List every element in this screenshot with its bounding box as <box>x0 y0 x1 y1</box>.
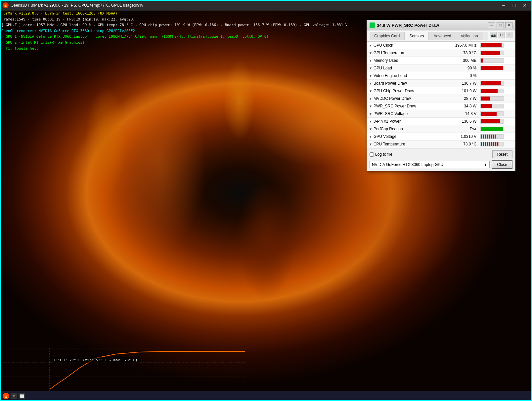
sensors-table: ▼ GPU Clock 1957.0 MHz ▼ GPU Temperature… <box>367 42 515 148</box>
sensor-value: 136.7 W <box>443 80 478 87</box>
main-window-controls: ─ □ ✕ <box>499 2 529 9</box>
sensor-dropdown-arrow[interactable]: ▼ <box>369 135 372 139</box>
sensor-name-inner: ▼ 8-Pin #1 Power <box>369 119 441 124</box>
close-button[interactable]: Close <box>492 160 512 169</box>
sensor-value: 73.0 °C <box>443 140 478 148</box>
taskbar: 🔥 ⚙ 📊 <box>0 391 532 401</box>
sensor-dropdown-arrow[interactable]: ▼ <box>369 142 372 146</box>
sensor-bar-cell <box>478 57 515 64</box>
sensor-dropdown-arrow[interactable]: ▼ <box>369 51 372 55</box>
table-row: ▼ GPU Load 99 % <box>367 64 515 72</box>
log-to-file-checkbox[interactable] <box>370 152 374 157</box>
sensor-bar-fill <box>481 112 497 116</box>
sensor-dropdown-arrow[interactable]: ▼ <box>369 104 372 108</box>
sensor-name-label: Board Power Draw <box>374 81 407 86</box>
refresh-icon[interactable]: ↻ <box>498 32 505 38</box>
sensor-value: 34.8 W <box>443 102 478 110</box>
sensor-name-inner: ▼ PerfCap Reason <box>369 127 441 131</box>
sensor-name-label: GPU Clock <box>374 43 393 48</box>
sensors-toolbar: Graphics Card Sensors Advanced Validatio… <box>367 30 515 42</box>
sensor-name-inner: ▼ Memory Used <box>369 58 441 63</box>
sensor-name-label: GPU Temperature <box>374 51 406 55</box>
sensor-name-inner: ▼ GPU Temperature <box>369 51 441 55</box>
main-window-title: Geeks3D FurMark v1.29.0.0 - 19FPS, GPU1 … <box>11 3 499 8</box>
sensor-bar-fill <box>481 135 495 139</box>
camera-icon[interactable]: 📷 <box>490 32 497 38</box>
sensor-name-label: MVDDC Power Draw <box>374 96 411 101</box>
tab-sensors[interactable]: Sensors <box>405 32 429 40</box>
table-row: ▼ 8-Pin #1 Power 130.6 W <box>367 118 515 125</box>
sensor-bar-cell <box>478 80 515 87</box>
table-row: ▼ Memory Used 306 MB <box>367 57 515 64</box>
main-close-button[interactable]: ✕ <box>520 2 529 9</box>
table-row: ▼ CPU Temperature 73.0 °C <box>367 140 515 148</box>
sensor-name-inner: ▼ GPU Load <box>369 66 441 70</box>
tab-graphics-card[interactable]: Graphics Card <box>370 32 405 40</box>
table-row: ▼ PerfCap Reason Pwr <box>367 125 515 133</box>
sensor-name-inner: ▼ Video Engine Load <box>369 73 441 78</box>
sensor-dropdown-arrow[interactable]: ▼ <box>369 89 372 93</box>
sensor-bar-fill <box>481 97 490 100</box>
sensor-dropdown-arrow[interactable]: ▼ <box>369 44 372 47</box>
taskbar-icon-3[interactable]: 📊 <box>19 393 25 399</box>
tab-validation[interactable]: Validation <box>456 32 483 40</box>
sensor-value: 1957.0 MHz <box>443 42 478 49</box>
sensor-bar-cell <box>478 102 515 110</box>
sensors-maximize-button[interactable]: □ <box>497 22 504 28</box>
sensor-dropdown-arrow[interactable]: ▼ <box>369 66 372 70</box>
reset-button[interactable]: Reset <box>492 150 512 158</box>
sensor-value: 130.6 W <box>443 118 478 125</box>
sensor-dropdown-arrow[interactable]: ▼ <box>369 74 372 78</box>
log-to-file-label[interactable]: Log to file <box>370 152 392 157</box>
sensors-minimize-button[interactable]: ─ <box>488 22 495 28</box>
sensor-name-label: PWR_SRC Power Draw <box>374 104 416 108</box>
sensor-bar-cell <box>478 49 515 57</box>
table-row: ▼ GPU Temperature 78.0 °C <box>367 49 515 57</box>
sensor-name-inner: ▼ PWR_SRC Power Draw <box>369 104 441 108</box>
sensor-dropdown-arrow[interactable]: ▼ <box>369 127 372 131</box>
sensors-table-container: ▼ GPU Clock 1957.0 MHz ▼ GPU Temperature… <box>367 42 515 148</box>
sensor-bar-fill <box>481 89 498 93</box>
sensors-bottom: Log to file Reset NVIDIA GeForce RTX 306… <box>367 148 515 171</box>
tab-advanced[interactable]: Advanced <box>429 32 456 40</box>
sensor-dropdown-arrow[interactable]: ▼ <box>369 82 372 85</box>
sensor-name-label: Memory Used <box>374 58 398 63</box>
sensor-bar-fill <box>481 104 492 108</box>
sensor-name-label: Video Engine Load <box>374 73 407 78</box>
gpu-selector-chevron: ▼ <box>483 162 487 167</box>
taskbar-icon-2[interactable]: ⚙ <box>11 393 17 399</box>
sensor-value: 0 % <box>443 72 478 80</box>
sensor-dropdown-arrow[interactable]: ▼ <box>369 59 372 62</box>
sensor-bar-cell <box>478 118 515 125</box>
sensor-dropdown-arrow[interactable]: ▼ <box>369 120 372 123</box>
main-maximize-button[interactable]: □ <box>510 2 519 9</box>
table-row: ▼ MVDDC Power Draw 28.7 W <box>367 95 515 102</box>
gpu-selector[interactable]: NVIDIA GeForce RTX 3060 Laptop GPU ▼ <box>370 161 490 168</box>
sensor-name-label: GPU Load <box>374 66 392 70</box>
sensor-value: 99 % <box>443 64 478 72</box>
menu-icon[interactable]: ≡ <box>506 32 512 38</box>
main-minimize-button[interactable]: ─ <box>499 2 508 9</box>
sensors-action-row: NVIDIA GeForce RTX 3060 Laptop GPU ▼ Clo… <box>370 160 512 169</box>
sensor-name-label: CPU Temperature <box>374 142 405 146</box>
sensor-name-label: 8-Pin #1 Power <box>374 119 401 124</box>
sensor-bar-fill <box>481 127 503 131</box>
table-row: ▼ GPU Chip Power Draw 101.9 W <box>367 87 515 95</box>
sensor-bar-cell <box>478 110 515 118</box>
sensor-name-label: GPU Voltage <box>374 134 396 139</box>
sensor-name-inner: ▼ GPU Chip Power Draw <box>369 89 441 93</box>
sensor-bar-fill <box>481 43 502 47</box>
table-row: ▼ Board Power Draw 136.7 W <box>367 80 515 87</box>
sensor-value: 78.0 °C <box>443 49 478 57</box>
sensor-bar-cell <box>478 133 515 140</box>
sensor-value: 306 MB <box>443 57 478 64</box>
sensor-bar-fill <box>481 51 500 55</box>
sensor-bar-cell <box>478 72 515 80</box>
table-row: ▼ GPU Clock 1957.0 MHz <box>367 42 515 49</box>
sensors-close-x-button[interactable]: ✕ <box>505 22 512 28</box>
sensor-dropdown-arrow[interactable]: ▼ <box>369 97 372 100</box>
sensor-name-inner: ▼ GPU Voltage <box>369 134 441 139</box>
sensors-log-row: Log to file Reset <box>370 150 512 158</box>
sensor-dropdown-arrow[interactable]: ▼ <box>369 112 372 116</box>
sensor-bar-cell <box>478 64 515 72</box>
